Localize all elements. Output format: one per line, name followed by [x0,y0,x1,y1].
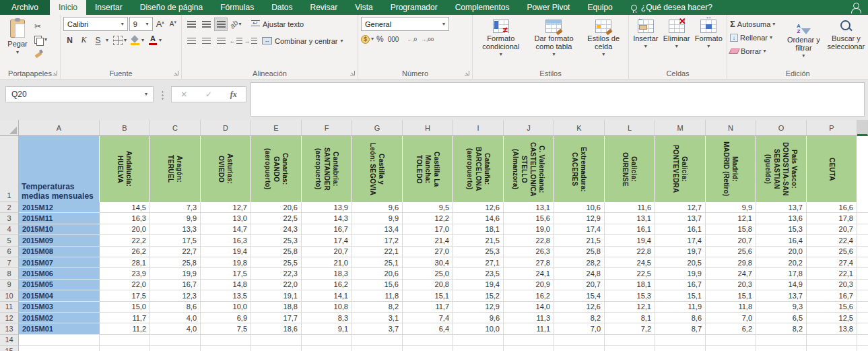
value-cell[interactable]: 16,1 [655,224,706,235]
paste-button[interactable]: Pegar ▾ [3,17,32,67]
value-cell[interactable]: 6,4 [403,323,453,334]
decrease-decimal-icon[interactable]: →,00 [420,36,435,42]
value-cell[interactable]: 25,0 [403,268,453,279]
region-header-cell[interactable]: Castilla y León: SEGOVIA [352,136,403,202]
value-cell[interactable]: 8,3 [302,313,352,323]
month-label-cell[interactable]: 2015M08 [19,247,100,257]
value-cell[interactable]: 17,5 [201,268,251,279]
italic-button[interactable]: K [77,34,90,46]
empty-cell[interactable] [655,335,706,346]
tab-inicio[interactable]: Inicio [50,0,86,15]
value-cell[interactable]: 11,8 [706,302,756,313]
value-cell[interactable]: 20,7 [807,224,857,235]
empty-cell[interactable] [302,346,352,351]
value-cell[interactable]: 20,6 [251,202,302,213]
value-cell[interactable]: 15,3 [605,290,655,301]
cell-q-partial[interactable] [857,257,868,268]
value-cell[interactable]: 20,0 [100,224,150,235]
value-cell[interactable]: 9,5 [403,202,453,213]
value-cell[interactable]: 20,0 [756,247,807,257]
value-cell[interactable]: 27,8 [504,257,554,268]
value-cell[interactable]: 25,1 [352,257,403,268]
row-header-7[interactable]: 7 [0,257,19,268]
clear-button[interactable]: Borrar▾ [730,44,775,57]
value-cell[interactable]: 16,6 [807,202,857,213]
column-header-h[interactable]: H [403,120,453,136]
value-cell[interactable]: 14,9 [756,280,807,290]
value-cell[interactable]: 11,2 [100,323,150,334]
empty-cell[interactable] [554,346,605,351]
value-cell[interactable]: 25,3 [251,235,302,246]
region-header-cell[interactable]: Canarias: GANDO (aeropuerto) [251,136,302,202]
sign-in-button[interactable] [850,0,868,15]
empty-cell[interactable] [150,335,201,346]
value-cell[interactable]: 14,6 [453,213,504,224]
delete-cells-button[interactable]: Eliminar▾ [663,17,690,67]
value-cell[interactable]: 20,3 [807,280,857,290]
tab-f-rmulas[interactable]: Fórmulas [211,0,263,15]
value-cell[interactable]: 9,3 [756,302,807,313]
cell-styles-button[interactable]: Estilos de celda▾ [581,17,626,67]
region-header-cell[interactable]: Madrid: MADRID (Retiro) [706,136,756,202]
value-cell[interactable]: 22,0 [251,280,302,290]
value-cell[interactable]: 22,7 [150,247,201,257]
empty-cell[interactable] [251,346,302,351]
value-cell[interactable]: 7,0 [554,323,605,334]
tab-equipo[interactable]: Equipo [578,0,621,15]
value-cell[interactable]: 9,6 [453,313,504,323]
value-cell[interactable]: 28,2 [554,257,605,268]
value-cell[interactable]: 14,1 [302,290,352,301]
value-cell[interactable]: 22,3 [251,268,302,279]
value-cell[interactable]: 13,7 [655,213,706,224]
value-cell[interactable]: 23,5 [453,268,504,279]
cell-q-partial[interactable] [857,268,868,279]
value-cell[interactable]: 26,3 [504,247,554,257]
value-cell[interactable]: 15,1 [706,290,756,301]
cell-q-partial[interactable] [857,280,868,290]
column-header-e[interactable]: E [251,120,302,136]
align-bottom-icon[interactable] [214,18,228,31]
number-dialog-launcher[interactable] [464,70,470,76]
empty-cell[interactable] [807,346,857,351]
value-cell[interactable]: 7,4 [403,313,453,323]
alignment-dialog-launcher[interactable] [349,70,356,76]
cell-q-partial[interactable] [857,313,868,323]
value-cell[interactable]: 16,2 [504,290,554,301]
region-header-cell[interactable]: Extremadura: CACERES [554,136,605,202]
tab-power-pivot[interactable]: Power Pivot [518,0,578,15]
row-header-2[interactable]: 2 [0,202,19,213]
tab-archivo[interactable]: Archivo [0,0,50,15]
cell-q1-partial[interactable] [857,136,868,202]
find-select-button[interactable]: Buscar y seleccionar [826,17,865,67]
value-cell[interactable]: 25,8 [150,257,201,268]
empty-cell[interactable] [352,346,403,351]
value-cell[interactable]: 17,4 [554,224,605,235]
value-cell[interactable]: 12,9 [554,213,605,224]
value-cell[interactable]: 16,7 [807,290,857,301]
value-cell[interactable]: 11,8 [352,290,403,301]
region-header-cell[interactable]: Galicia: OURENSE [605,136,655,202]
cell-q-partial[interactable] [857,302,868,313]
value-cell[interactable]: 17,2 [352,235,403,246]
value-cell[interactable]: 15,0 [100,302,150,313]
value-cell[interactable]: 19,0 [504,224,554,235]
value-cell[interactable]: 9,1 [302,323,352,334]
value-cell[interactable]: 16,7 [150,280,201,290]
empty-cell[interactable] [504,335,554,346]
fill-color-icon[interactable] [131,36,140,45]
align-middle-icon[interactable] [199,18,213,31]
value-cell[interactable]: 27,1 [453,257,504,268]
value-cell[interactable]: 22,5 [605,268,655,279]
value-cell[interactable]: 22,5 [251,213,302,224]
value-cell[interactable]: 15,6 [504,213,554,224]
decrease-font-button[interactable]: A▾ [168,20,178,28]
value-cell[interactable]: 12,2 [403,213,453,224]
column-header-d[interactable]: D [201,120,251,136]
value-cell[interactable]: 20,3 [706,280,756,290]
month-label-cell[interactable]: 2015M06 [19,268,100,279]
value-cell[interactable]: 13,9 [302,202,352,213]
value-cell[interactable]: 17,7 [251,313,302,323]
value-cell[interactable]: 13,1 [605,213,655,224]
paste-dropdown-icon[interactable]: ▾ [16,50,19,55]
value-cell[interactable]: 19,4 [453,280,504,290]
